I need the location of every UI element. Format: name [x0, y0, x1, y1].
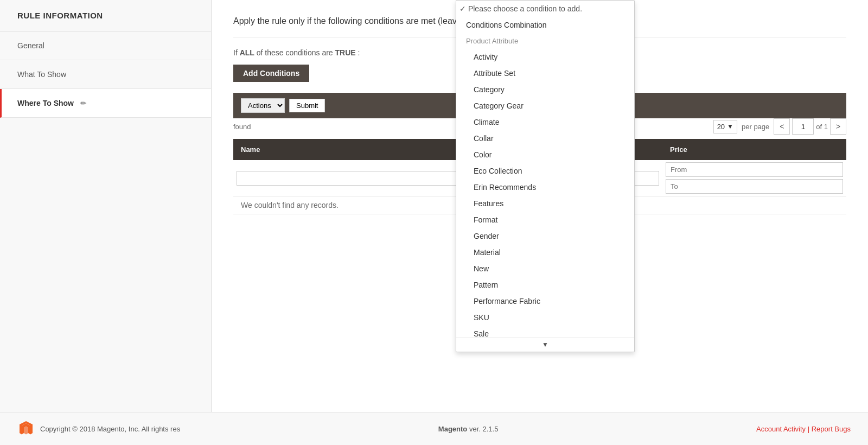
prefix-text: If	[233, 48, 238, 57]
sidebar-item-what-to-show[interactable]: What To Show	[0, 60, 211, 89]
prev-page-button[interactable]: <	[774, 118, 790, 135]
dropdown-option-performance-fabric[interactable]: Performance Fabric	[456, 293, 634, 309]
footer: Copyright © 2018 Magento, Inc. All right…	[0, 412, 868, 445]
sidebar-item-label-where-to-show: Where To Show	[17, 99, 74, 107]
dropdown-option-climate[interactable]: Climate	[456, 114, 634, 130]
filter-price-cell	[662, 160, 846, 196]
dropdown-section-product-attribute: Product Attribute	[456, 33, 634, 49]
suffix-text: :	[358, 48, 360, 57]
dropdown-option-gender[interactable]: Gender	[456, 228, 634, 244]
chevron-down-icon: ▼	[727, 123, 733, 130]
col-header-price: Price	[662, 139, 846, 160]
sidebar-item-where-to-show[interactable]: Where To Show ✏	[0, 89, 211, 118]
magento-logo-icon	[17, 420, 35, 437]
next-page-button[interactable]: >	[830, 118, 846, 135]
content-area: Apply the rule only if the following con…	[212, 0, 868, 412]
filter-name-cell	[233, 160, 478, 196]
sidebar-item-label-general: General	[17, 41, 44, 50]
condition-dropdown-popup: Please choose a condition to add. Condit…	[456, 0, 635, 352]
condition-add-area: Add Conditions Please choose a condition…	[233, 65, 846, 82]
svg-marker-2	[24, 427, 28, 435]
page-number-input[interactable]	[792, 118, 814, 135]
dropdown-popup-inner: Please choose a condition to add. Condit…	[456, 1, 634, 337]
sidebar: RULE INFORMATION General What To Show Wh…	[0, 0, 212, 412]
price-from-input[interactable]	[666, 162, 843, 177]
sidebar-item-label-what-to-show: What To Show	[17, 70, 66, 79]
report-bugs-link[interactable]: Report Bugs	[812, 425, 851, 433]
dropdown-option-erin-recommends[interactable]: Erin Recommends	[456, 179, 634, 195]
all-keyword: ALL	[240, 48, 254, 57]
footer-logo: Copyright © 2018 Magento, Inc. All right…	[17, 420, 180, 437]
dropdown-option-new[interactable]: New	[456, 260, 634, 277]
scroll-indicator: ▼	[456, 337, 634, 352]
footer-version: Magento ver. 2.1.5	[438, 425, 499, 433]
dropdown-option-sku[interactable]: SKU	[456, 309, 634, 326]
pagination-controls: < of 1 >	[774, 118, 846, 135]
account-activity-link[interactable]: Account Activity	[756, 425, 806, 433]
middle-text: of these conditions are	[257, 48, 335, 57]
version-number: ver. 2.1.5	[469, 425, 498, 433]
per-page-label: per page	[742, 123, 769, 131]
dropdown-option-please-choose[interactable]: Please choose a condition to add.	[456, 1, 634, 17]
dropdown-option-category-gear[interactable]: Category Gear	[456, 98, 634, 114]
sidebar-item-general[interactable]: General	[0, 31, 211, 60]
dropdown-option-pattern[interactable]: Pattern	[456, 277, 634, 293]
footer-copyright: Copyright © 2018 Magento, Inc. All right…	[40, 425, 180, 433]
magento-label: Magento	[438, 425, 467, 433]
dropdown-option-color[interactable]: Color	[456, 147, 634, 163]
dropdown-option-conditions-combination[interactable]: Conditions Combination	[456, 17, 634, 33]
edit-icon: ✏	[80, 99, 86, 107]
footer-links: Account Activity | Report Bugs	[756, 425, 851, 433]
sidebar-title: RULE INFORMATION	[0, 0, 211, 31]
price-to-input[interactable]	[666, 179, 843, 194]
main-content: RULE INFORMATION General What To Show Wh…	[0, 0, 868, 412]
dropdown-option-activity[interactable]: Activity	[456, 49, 634, 65]
col-header-name: Name	[233, 139, 478, 160]
dropdown-option-format[interactable]: Format	[456, 212, 634, 228]
per-page-value: 20	[717, 123, 725, 131]
submit-button[interactable]: Submit	[289, 99, 325, 112]
true-keyword: TRUE	[335, 48, 356, 57]
page-wrapper: RULE INFORMATION General What To Show Wh…	[0, 0, 868, 445]
action-select[interactable]: Actions	[241, 98, 285, 113]
price-filter-container	[666, 162, 843, 194]
per-page-container: 20 ▼	[713, 120, 737, 134]
page-of-total: of 1	[816, 123, 828, 131]
dropdown-option-collar[interactable]: Collar	[456, 130, 634, 147]
dropdown-option-sale[interactable]: Sale	[456, 326, 634, 337]
dropdown-option-features[interactable]: Features	[456, 195, 634, 212]
name-filter-input[interactable]	[237, 171, 475, 186]
add-conditions-button[interactable]: Add Conditions	[233, 65, 309, 82]
dropdown-option-eco-collection[interactable]: Eco Collection	[456, 163, 634, 179]
dropdown-option-category[interactable]: Category	[456, 81, 634, 98]
dropdown-option-material[interactable]: Material	[456, 244, 634, 260]
dropdown-option-attribute-set[interactable]: Attribute Set	[456, 65, 634, 81]
